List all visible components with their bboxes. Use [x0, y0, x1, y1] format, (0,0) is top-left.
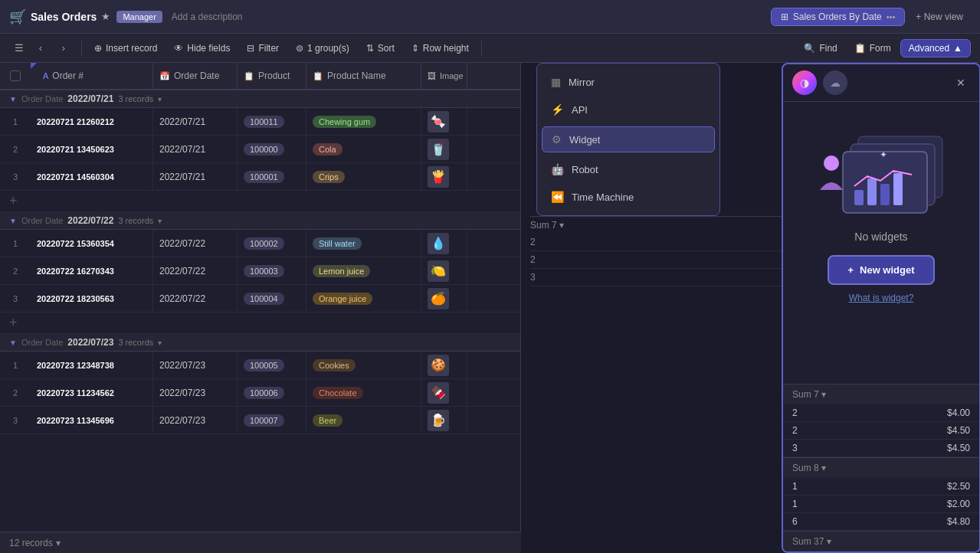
row-image: 🍟 — [421, 163, 467, 190]
row-image: 🍋 — [421, 257, 467, 284]
row-date: 2022/07/21 — [153, 163, 238, 190]
checkbox[interactable] — [10, 70, 21, 81]
col-product: 📋 Product — [238, 63, 306, 89]
group-collapse-icon-2[interactable]: ▼ — [9, 217, 17, 225]
toolbar-right: 🔍 Find 📋 Form Advanced ▲ — [796, 39, 971, 57]
insert-record-button[interactable]: ⊕ Insert record — [87, 40, 165, 57]
advanced-dropdown: ▦ Mirror ⚡ API ⚙ Widget 🤖 Robot ⏪ Time M… — [536, 63, 720, 216]
sum-qty-6: 6 — [792, 516, 798, 527]
find-button[interactable]: 🔍 Find — [796, 40, 844, 57]
group-label-date-2: Order Date — [21, 216, 63, 225]
dropdown-item-mirror[interactable]: ▦ Mirror — [539, 68, 718, 96]
row-order[interactable]: 20220721 14560304 — [31, 163, 153, 190]
row-order[interactable]: 20220723 11234562 — [31, 379, 153, 406]
hide-fields-button[interactable]: 👁 Hide fields — [166, 40, 238, 57]
table-row: 3 20220722 18230563 2022/07/22 100004 Or… — [0, 285, 520, 312]
acrylic-icon: ◑ — [792, 70, 817, 95]
group-collapse-icon-3[interactable]: ▼ — [9, 339, 17, 347]
sum-qty-2: 2 — [792, 425, 798, 436]
divider-1 — [81, 41, 82, 56]
dropdown-item-time-machine[interactable]: ⏪ Time Machine — [539, 183, 718, 211]
time-machine-label: Time Machine — [572, 191, 634, 203]
product-badge: 100006 — [244, 387, 284, 399]
group-date-3: 2022/07/23 — [67, 337, 113, 348]
widget-sum-section: Sum 7 ▾ 2 $4.00 2 $4.50 3 $4.50 Sum 8 ▾ … — [783, 384, 979, 551]
row-name: Crips — [306, 163, 421, 190]
panel-close-button[interactable]: ✕ — [952, 74, 970, 92]
add-row-1[interactable]: + — [0, 191, 520, 212]
dropdown-item-widget[interactable]: ⚙ Widget — [542, 126, 715, 152]
col-order-icon: A — [43, 71, 48, 80]
row-date: 2022/07/23 — [153, 407, 238, 434]
row-order[interactable]: 20220721 13450623 — [31, 136, 153, 162]
row-product: 100004 — [238, 285, 306, 312]
sort-button[interactable]: ⇅ Sort — [359, 40, 402, 57]
svg-point-7 — [824, 155, 839, 171]
row-height-button[interactable]: ⇕ Row height — [404, 40, 477, 57]
new-widget-button[interactable]: + New widget — [828, 255, 934, 285]
mirror-icon: ▦ — [551, 76, 561, 88]
row-num: 3 — [0, 416, 31, 425]
row-order[interactable]: 20220722 15360354 — [31, 230, 153, 257]
group-count-chevron-1[interactable]: ▾ — [158, 95, 162, 103]
dropdown-item-robot[interactable]: 🤖 Robot — [539, 155, 718, 183]
row-order[interactable]: 20220722 16270343 — [31, 257, 153, 284]
col-order-number: A Order # — [31, 63, 153, 89]
product-image: 🍫 — [428, 382, 449, 404]
sum-8-label[interactable]: Sum 8 ▾ — [792, 463, 826, 473]
add-row-2[interactable]: + — [0, 312, 520, 334]
widget-label: Widget — [569, 134, 600, 146]
sum-total-2: $4.50 — [947, 425, 970, 436]
row-order[interactable]: 20220722 18230563 — [31, 285, 153, 312]
row-product: 100001 — [238, 163, 306, 190]
group-header-3[interactable]: ▼ Order Date 2022/07/23 3 records ▾ — [0, 334, 520, 352]
row-order[interactable]: 20220723 11345696 — [31, 407, 153, 434]
group-count-chevron-2[interactable]: ▾ — [158, 217, 162, 225]
group-collapse-icon-1[interactable]: ▼ — [9, 95, 17, 103]
product-image: 💧 — [428, 233, 449, 254]
advanced-button[interactable]: Advanced ▲ — [900, 39, 971, 57]
cloud-icon: ☁ — [823, 70, 847, 95]
new-view-button[interactable]: + New view — [908, 8, 971, 25]
total-records-chevron[interactable]: ▾ — [56, 538, 61, 548]
group-label: 1 group(s) — [307, 43, 349, 54]
row-order[interactable]: 20220723 12348738 — [31, 352, 153, 378]
sum-qty-4: 1 — [792, 481, 798, 492]
form-button[interactable]: 📋 Form — [847, 40, 899, 57]
add-description[interactable]: Add a description — [172, 11, 243, 22]
toolbar: ☰ ‹ › ⊕ Insert record 👁 Hide fields ⊟ Fi… — [0, 34, 980, 63]
overlay-area: ▦ Mirror ⚡ API ⚙ Widget 🤖 Robot ⏪ Time M… — [536, 63, 980, 553]
col-date-label: Order Date — [174, 70, 219, 81]
group-header-1[interactable]: ▼ Order Date 2022/07/21 3 records ▾ — [0, 90, 520, 108]
col-order-label: Order # — [52, 70, 84, 81]
group-count-chevron-3[interactable]: ▾ — [158, 339, 162, 347]
group-header-2[interactable]: ▼ Order Date 2022/07/22 3 records ▾ — [0, 212, 520, 230]
group-button[interactable]: ⊜ 1 group(s) — [288, 40, 357, 57]
forward-button[interactable]: › — [54, 38, 74, 58]
tab-sales-orders-by-date[interactable]: ⊞ Sales Orders By Date ••• — [771, 8, 906, 26]
sum-row-7: Sum 7 ▾ — [783, 384, 979, 404]
widget-panel-header: ◑ ☁ ✕ — [783, 64, 979, 102]
row-image: 🍺 — [421, 407, 467, 434]
star-icon[interactable]: ★ — [101, 11, 110, 22]
tab-options-icon[interactable]: ••• — [887, 12, 896, 21]
col-product-label: Product — [258, 70, 290, 81]
insert-record-icon: ⊕ — [94, 43, 102, 54]
sum-37-label[interactable]: Sum 37 ▾ — [792, 536, 831, 547]
sum-qty-3: 3 — [792, 443, 798, 453]
menu-button[interactable]: ☰ — [9, 38, 29, 58]
svg-rect-4 — [867, 178, 877, 205]
filter-button[interactable]: ⊟ Filter — [239, 40, 287, 57]
header-checkbox[interactable] — [0, 70, 31, 81]
row-order[interactable]: 20220721 21260212 — [31, 108, 153, 135]
what-is-widget-link[interactable]: What is widget? — [849, 293, 914, 303]
advanced-label: Advanced — [909, 43, 949, 54]
dropdown-item-api[interactable]: ⚡ API — [539, 96, 718, 123]
back-button[interactable]: ‹ — [31, 38, 51, 58]
new-view-label: + New view — [916, 11, 963, 22]
svg-rect-5 — [880, 184, 890, 205]
row-date: 2022/07/21 — [153, 136, 238, 162]
sum-7-label[interactable]: Sum 7 ▾ — [792, 389, 826, 400]
svg-text:✦: ✦ — [880, 149, 887, 160]
col-image-label: Image — [440, 71, 464, 80]
